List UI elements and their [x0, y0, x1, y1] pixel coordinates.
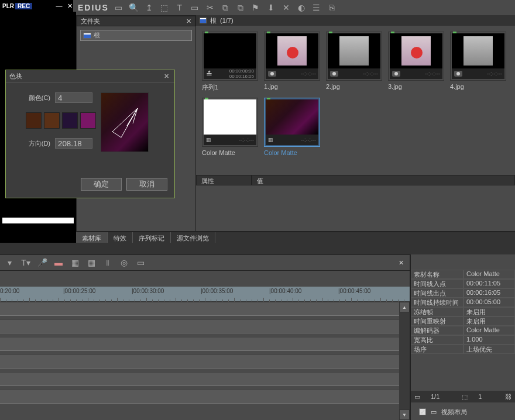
dropdown-icon[interactable]: ▾: [4, 257, 15, 268]
scroll-down-icon[interactable]: ▼: [399, 409, 410, 420]
tab-effects[interactable]: 特效: [108, 232, 133, 243]
close-button[interactable]: ✕: [66, 2, 74, 10]
clip-sequence[interactable]: ≛ 00:00:00:0000:00:16:05 序列1: [202, 32, 258, 92]
info-key: 时间线出点: [411, 288, 464, 298]
link-icon[interactable]: ⛓: [505, 393, 511, 400]
import-icon[interactable]: ⬇: [266, 2, 276, 13]
ruler-label: |00:00:45:00: [338, 288, 370, 294]
tab-library[interactable]: 素材库: [76, 232, 108, 243]
track[interactable]: [0, 372, 410, 386]
new-bin-icon[interactable]: ⬚: [159, 2, 170, 13]
info-panel: 素材名称Color Matte时间线入点00:00:11:05时间线出点00:0…: [410, 254, 515, 420]
root-label: 根: [210, 16, 217, 25]
layout-icon: ▭: [431, 408, 437, 416]
bin-panel: ≛ 00:00:00:0000:00:16:05 序列1 --:--:--- 1…: [196, 26, 515, 175]
cancel-button[interactable]: 取消: [126, 178, 167, 191]
up-icon[interactable]: ↥: [144, 2, 154, 13]
folder-root[interactable]: 根: [80, 30, 192, 41]
preview-scrubber[interactable]: [2, 218, 74, 223]
grid-icon[interactable]: ▦: [69, 257, 81, 268]
color-swatch-1[interactable]: [44, 112, 60, 129]
search-icon[interactable]: 🔍: [129, 2, 139, 13]
info-key: 时间重映射: [411, 316, 464, 326]
clip-label: Color Matte: [264, 149, 320, 156]
title-tool-icon[interactable]: T▾: [20, 257, 32, 268]
track[interactable]: [0, 337, 410, 351]
clip-image-1[interactable]: --:--:--- 1.jpg: [264, 32, 320, 92]
delete-icon[interactable]: ✕: [281, 2, 291, 13]
folders-header: 文件夹 ✕: [77, 16, 195, 26]
info-key: 宽高比: [411, 335, 464, 345]
marker-icon[interactable]: ⚑: [250, 2, 261, 13]
layout-icon[interactable]: ▭: [135, 257, 146, 268]
ruler-label: |00:00:40:00: [269, 288, 301, 294]
direction-input[interactable]: [55, 138, 92, 149]
camera-icon: [392, 71, 400, 77]
info-row: 素材名称Color Matte: [411, 270, 515, 279]
text-tool-icon[interactable]: T: [174, 2, 185, 13]
props-val-header: 值: [252, 175, 515, 185]
paste-icon[interactable]: ⧉: [235, 2, 246, 13]
clip-image-4[interactable]: --:--:--- 4.jpg: [450, 32, 506, 92]
color-swatch-3[interactable]: [80, 112, 96, 129]
timeline-v-scrollbar[interactable]: ▲ ▼: [399, 302, 410, 420]
dialog-titlebar[interactable]: 色块 ✕: [6, 70, 174, 83]
dialog-close-icon[interactable]: ✕: [162, 72, 171, 81]
list-icon[interactable]: ☰: [311, 2, 322, 13]
clip-index: 1/1: [431, 393, 440, 400]
color-swatch-2[interactable]: [62, 112, 78, 129]
link-icon[interactable]: ⎘: [327, 2, 337, 13]
track[interactable]: [0, 319, 410, 333]
track[interactable]: [0, 302, 410, 316]
gradient-preview[interactable]: [101, 92, 149, 152]
folders-close-icon[interactable]: ✕: [186, 18, 191, 25]
clip-color-matte-1[interactable]: ▥--:--:--- Color Matte: [202, 98, 258, 156]
folder-icon[interactable]: ▭: [114, 2, 124, 13]
track[interactable]: [0, 354, 410, 369]
sequence-icon: ≛: [206, 70, 212, 78]
grid2-icon[interactable]: ▦: [85, 257, 97, 268]
track[interactable]: [0, 390, 410, 404]
scroll-up-icon[interactable]: ▲: [399, 302, 410, 312]
info-key: 编解码器: [411, 326, 464, 335]
video-layout-checkbox[interactable]: ✓: [419, 408, 426, 415]
rect-icon[interactable]: ▭: [190, 2, 200, 13]
bin-tabs: 素材库 特效 序列标记 源文件浏览: [76, 231, 515, 243]
timeline-ruler[interactable]: 0:20:00|00:00:25:00|00:00:30:00|00:00:35…: [0, 287, 410, 302]
info-row: 时间重映射未启用: [411, 316, 515, 326]
mixer-icon[interactable]: ⫴: [102, 257, 114, 268]
info-key: 时间线入点: [411, 279, 464, 288]
ok-button[interactable]: 确定: [81, 178, 122, 191]
color-bar-icon[interactable]: ▬: [53, 257, 64, 268]
effect-count: 1: [478, 393, 482, 400]
tab-source-browse[interactable]: 源文件浏览: [171, 232, 215, 243]
recorder-brand: PLR: [2, 3, 14, 9]
color-count-input[interactable]: [55, 92, 92, 103]
info-row: 时间线入点00:00:11:05: [411, 279, 515, 288]
clip-image-2[interactable]: --:--:--- 2.jpg: [326, 32, 382, 92]
folders-title: 文件夹: [81, 17, 100, 26]
info-row: 编解码器Color Matte: [411, 326, 515, 335]
color-icon[interactable]: ◐: [296, 2, 307, 13]
ruler-label: |00:00:30:00: [132, 288, 164, 294]
clip-image-3[interactable]: --:--:--- 3.jpg: [388, 32, 444, 92]
cut-icon[interactable]: ✂: [205, 2, 215, 13]
timeline-toolbar: ▾ T▾ 🎤 ▬ ▦ ▦ ⫴ ◎ ▭ ✕: [0, 254, 410, 271]
mic-icon[interactable]: 🎤: [36, 257, 48, 268]
info-value: Color Matte: [464, 270, 515, 279]
info-value: 未启用: [464, 316, 515, 326]
info-value: 1.000: [464, 335, 515, 345]
timeline-close-icon[interactable]: ✕: [396, 257, 406, 268]
color-swatch-0[interactable]: [26, 112, 42, 129]
clip-color-matte-2[interactable]: ▥--:--:--- Color Matte: [264, 98, 320, 156]
info-row: 宽高比1.000: [411, 335, 515, 345]
target-icon[interactable]: ◎: [118, 257, 130, 268]
props-attr-header: 属性: [196, 175, 252, 185]
color-label: 颜色(C): [15, 92, 50, 102]
tab-markers[interactable]: 序列标记: [133, 232, 171, 243]
minimize-button[interactable]: —: [55, 2, 63, 10]
copy-icon[interactable]: ⧉: [220, 2, 231, 13]
info-row: 冻结帧未启用: [411, 307, 515, 316]
clip-label: 3.jpg: [388, 83, 444, 90]
info-footer-bottom: ✓ ▭ 视频布局: [411, 405, 515, 419]
